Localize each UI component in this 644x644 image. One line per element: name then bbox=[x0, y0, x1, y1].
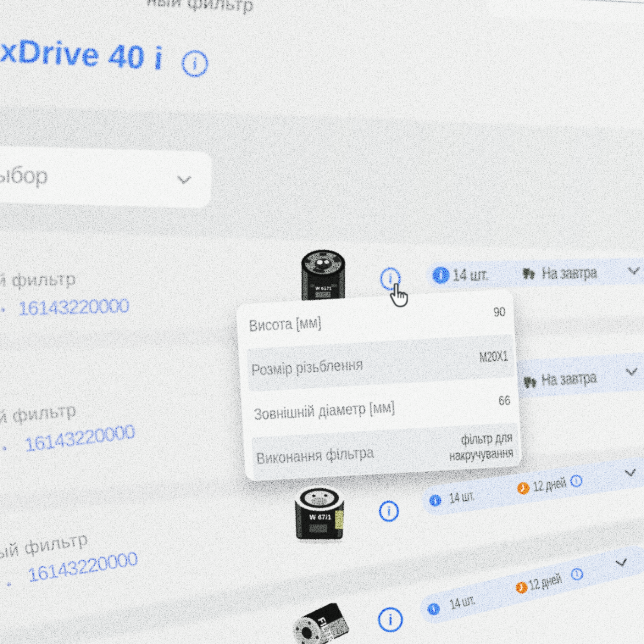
svg-text:W 67/1: W 67/1 bbox=[309, 513, 331, 521]
svg-text:W 6171: W 6171 bbox=[315, 286, 332, 291]
